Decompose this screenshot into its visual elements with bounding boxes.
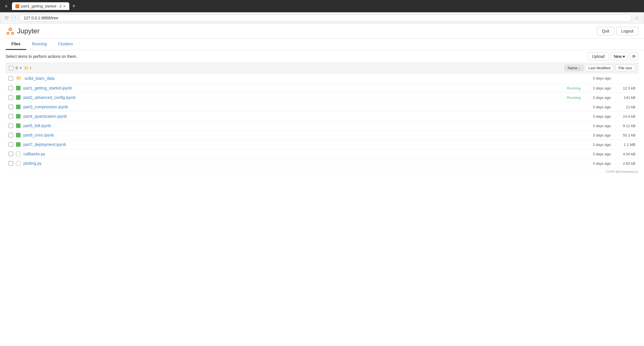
url-input[interactable] xyxy=(19,14,632,22)
file-name[interactable]: scikit_learn_data xyxy=(25,76,582,81)
file-size: 55.3 kB xyxy=(615,133,635,137)
browser-close-button[interactable]: ✕ xyxy=(3,3,10,9)
table-row: part3_compression.ipynb 3 days ago 11 kB xyxy=(6,102,638,112)
new-label: New xyxy=(614,54,622,59)
running-badge: Running xyxy=(567,86,581,90)
file-checkbox[interactable] xyxy=(9,95,13,100)
notebook-icon xyxy=(16,95,21,100)
file-date: 3 days ago xyxy=(585,133,611,137)
folder-icon: 📁 xyxy=(24,66,29,70)
notebook-icon xyxy=(16,142,21,147)
file-date: 3 days ago xyxy=(585,161,611,166)
table-row: part5_bdt.ipynb 3 days ago 9.11 kB xyxy=(6,121,638,131)
sort-name-arrow: ↓ xyxy=(578,66,580,70)
file-name[interactable]: plotting.py xyxy=(23,161,582,166)
file-name[interactable]: part6_cnns.ipynb xyxy=(23,133,582,137)
file-size: 12.3 kB xyxy=(615,86,635,90)
file-list-header-left: 0 ▾ 📁 / xyxy=(9,66,562,70)
file-name[interactable]: part7_deployment.ipynb xyxy=(23,142,582,147)
notebook-icon xyxy=(16,105,21,109)
count-dropdown-arrow[interactable]: ▾ xyxy=(20,66,22,70)
sort-size-button[interactable]: File size xyxy=(615,65,635,71)
logout-button[interactable]: Logout xyxy=(616,27,638,35)
svg-point-5 xyxy=(12,33,13,34)
tab-close-icon[interactable]: ✕ xyxy=(63,4,66,8)
file-size: 9.11 kB xyxy=(615,124,635,128)
file-size: 14.4 kB xyxy=(615,114,635,119)
file-meta: 3 days ago 11 kB xyxy=(585,105,635,109)
new-dropdown-arrow: ▾ xyxy=(623,54,625,59)
quit-button[interactable]: Quit xyxy=(597,27,614,35)
file-date: 3 days ago xyxy=(585,95,611,100)
file-checkbox[interactable] xyxy=(9,114,13,119)
footer-credit: CSDN @heisenberg.liu xyxy=(606,170,638,173)
file-icon xyxy=(16,152,21,156)
header-buttons: Quit Logout xyxy=(597,27,638,35)
file-list-header: 0 ▾ 📁 / Name ↓ Last Modified File size xyxy=(6,63,638,73)
file-meta: 3 days ago 2.83 kB xyxy=(585,161,635,166)
file-checkbox[interactable] xyxy=(9,86,13,90)
file-date: 3 days ago xyxy=(585,114,611,119)
file-name[interactable]: part5_bdt.ipynb xyxy=(23,123,582,128)
tab-files[interactable]: Files xyxy=(6,39,26,50)
file-name[interactable]: part1_getting_started.ipynb xyxy=(23,86,564,90)
file-list-container: 0 ▾ 📁 / Name ↓ Last Modified File size 📁… xyxy=(0,63,644,168)
sort-modified-button[interactable]: Last Modified xyxy=(585,65,613,71)
refresh-button[interactable]: ⟳ xyxy=(630,52,638,60)
tab-favicon xyxy=(15,4,19,8)
table-row: part7_deployment.ipynb 3 days ago 1.1 MB xyxy=(6,140,638,149)
file-date: 3 days ago xyxy=(585,105,611,109)
table-row: part4_quantization.ipynb 3 days ago 14.4… xyxy=(6,112,638,121)
sort-name-button[interactable]: Name ↓ xyxy=(564,65,584,71)
file-checkbox[interactable] xyxy=(9,152,13,156)
toolbar-right: Upload New ▾ ⟳ xyxy=(588,52,638,60)
file-size: 4.04 kB xyxy=(615,152,635,156)
file-date: 3 days ago xyxy=(585,143,611,147)
file-checkbox[interactable] xyxy=(9,133,13,137)
file-meta: Running 3 days ago 141 kB xyxy=(567,95,635,100)
file-date: 3 days ago xyxy=(585,76,611,80)
file-meta: 3 days ago xyxy=(585,76,635,80)
file-checkbox[interactable] xyxy=(9,76,13,81)
folder-icon: 📁 xyxy=(16,76,22,81)
file-meta: Running 3 days ago 12.3 kB xyxy=(567,86,635,90)
tab-title: part1_getting_started - J xyxy=(21,4,61,8)
svg-point-4 xyxy=(7,33,9,34)
file-name[interactable]: part4_quantization.ipynb xyxy=(23,114,582,119)
running-badge: Running xyxy=(567,95,581,100)
file-checkbox[interactable] xyxy=(9,105,13,109)
new-tab-button[interactable]: + xyxy=(70,2,77,10)
tab-running[interactable]: Running xyxy=(26,39,52,50)
check-all-checkbox[interactable] xyxy=(9,66,13,70)
file-size: 141 kB xyxy=(615,95,635,100)
file-meta: 3 days ago 9.11 kB xyxy=(585,124,635,128)
file-meta: 3 days ago 4.04 kB xyxy=(585,152,635,156)
file-date: 3 days ago xyxy=(585,152,611,156)
file-size: 1.1 MB xyxy=(615,143,635,147)
bookmark-icon[interactable]: ☆ xyxy=(635,15,639,21)
upload-button[interactable]: Upload xyxy=(588,52,609,60)
table-row: plotting.py 3 days ago 2.83 kB xyxy=(6,159,638,168)
file-name[interactable]: part2_advanced_config.ipynb xyxy=(23,95,564,100)
new-button[interactable]: New ▾ xyxy=(611,52,628,60)
notebook-icon xyxy=(16,114,21,119)
breadcrumb: 📁 / xyxy=(24,66,31,70)
file-name[interactable]: part3_compression.ipynb xyxy=(23,105,582,109)
table-row: 📁 scikit_learn_data 3 days ago xyxy=(6,73,638,84)
notebook-icon xyxy=(16,86,21,90)
breadcrumb-path: / xyxy=(30,66,31,70)
tab-clusters[interactable]: Clusters xyxy=(52,39,78,50)
svg-point-3 xyxy=(9,29,11,30)
page-icon: 📄 xyxy=(11,16,16,20)
jupyter-logo: Jupyter xyxy=(6,27,40,36)
jupyter-header: Jupyter Quit Logout xyxy=(0,24,644,39)
file-name[interactable]: callbacks.py xyxy=(23,152,582,156)
file-checkbox[interactable] xyxy=(9,142,13,147)
file-checkbox[interactable] xyxy=(9,161,13,166)
tab-bar: part1_getting_started - J ✕ + xyxy=(12,2,77,10)
file-date: 3 days ago xyxy=(585,124,611,128)
active-tab[interactable]: part1_getting_started - J ✕ xyxy=(12,2,69,10)
file-checkbox[interactable] xyxy=(9,123,13,128)
notebook-icon xyxy=(16,123,21,128)
file-size: 11 kB xyxy=(615,105,635,109)
